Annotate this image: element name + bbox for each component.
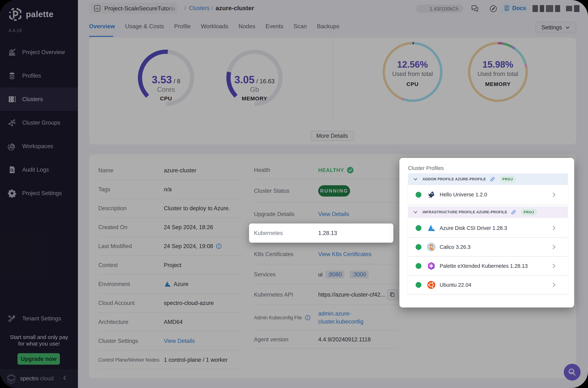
profile-layer-name: Calico 3.26.3 [440, 244, 470, 250]
scope-badge: PROJ [521, 209, 537, 216]
chevron-right-icon [551, 244, 557, 250]
profile-layer-name: Palette eXtended Kubernetes 1.28.13 [440, 263, 528, 269]
cluster-profiles-panel: Cluster Profiles ADDON PROFILE AZURE-PRO… [399, 158, 574, 308]
profile-layer-name: Azure Disk CSI Driver 1.28.3 [440, 225, 507, 231]
profile-layer-name: Ubuntu 22.04 [440, 282, 471, 288]
profile-layer-palette-extended-kubernetes-1-28-13[interactable]: Palette eXtended Kubernetes 1.28.13 [408, 257, 568, 275]
kubernetes-version-spotlight[interactable]: Kubernetes 1.28.13 [249, 223, 393, 243]
chevron-down-icon[interactable] [413, 176, 418, 182]
chevron-down-icon[interactable] [413, 210, 418, 215]
chevron-right-icon [551, 282, 557, 288]
link-icon[interactable] [511, 210, 516, 215]
link-icon[interactable] [490, 176, 495, 182]
profile-group-name: INFRASTRUCTURE PROFILE AZURE-PROFILE [423, 210, 507, 214]
profile-layer-ubuntu-22-04[interactable]: Ubuntu 22.04 [408, 276, 568, 294]
scope-badge: PROJ [499, 176, 516, 183]
status-dot [416, 192, 421, 198]
palette-k8s-icon [427, 262, 436, 270]
hello-universe-icon [427, 190, 436, 199]
profile-layer-name: Hello Universe 1.2.0 [440, 192, 487, 198]
cluster-profiles-title: Cluster Profiles [408, 165, 444, 171]
chevron-right-icon [551, 192, 557, 197]
kubernetes-version-value: 1.28.13 [318, 230, 337, 237]
status-dot [416, 263, 421, 269]
chevron-right-icon [551, 263, 557, 269]
chevron-right-icon [551, 225, 557, 231]
profile-layer-azure-disk-csi-driver-1-28-3[interactable]: Azure Disk CSI Driver 1.28.3 [408, 219, 568, 237]
ubuntu-icon [427, 281, 436, 289]
profile-layer-hello-universe-1-2-0[interactable]: Hello Universe 1.2.0 [408, 185, 568, 204]
status-dot [416, 244, 421, 250]
calico-icon [427, 243, 436, 251]
profile-group-name: ADDON PROFILE AZURE-PROFILE [423, 177, 486, 181]
profile-group-header[interactable]: INFRASTRUCTURE PROFILE AZURE-PROFILEPROJ [408, 206, 568, 218]
kubernetes-label: Kubernetes [254, 230, 283, 237]
status-dot [416, 282, 421, 288]
azure-icon [427, 224, 436, 232]
status-dot [416, 225, 421, 231]
profile-layer-calico-3-26-3[interactable]: Calico 3.26.3 [408, 238, 568, 256]
profile-group-header[interactable]: ADDON PROFILE AZURE-PROFILEPROJ [408, 173, 568, 185]
